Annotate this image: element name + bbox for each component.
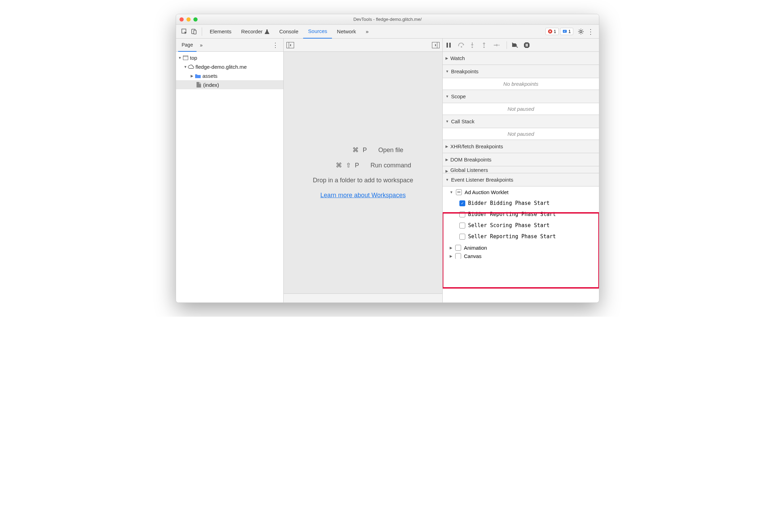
show-navigator-icon[interactable] (286, 42, 294, 48)
message-count: 1 (568, 29, 571, 34)
tab-elements[interactable]: Elements (205, 25, 236, 39)
editor-footer (284, 293, 442, 302)
section-breakpoints[interactable]: ▼Breakpoints (443, 65, 599, 78)
svg-point-16 (472, 47, 473, 48)
error-count: 1 (554, 29, 556, 34)
section-global[interactable]: ▶Global Listeners (443, 166, 599, 173)
run-command-label: Run command (370, 162, 411, 169)
navigator-kebab-icon[interactable]: ⋮ (269, 41, 281, 49)
device-toggle-icon[interactable] (189, 27, 199, 36)
elb-category-ad-auction-worklet[interactable]: ▼ Ad Auction Worklet (443, 186, 599, 198)
elb-event-item[interactable]: Bidder Reporting Phase Start (443, 209, 599, 220)
section-watch[interactable]: ▶Watch (443, 52, 599, 65)
deactivate-breakpoints-icon[interactable] (512, 42, 520, 48)
titlebar: DevTools - fledge-demo.glitch.me/ (176, 14, 599, 25)
message-count-badge[interactable]: 1 (560, 28, 573, 35)
tree-folder-assets[interactable]: ▶ assets (176, 71, 283, 80)
tab-recorder[interactable]: Recorder (236, 25, 275, 39)
svg-point-14 (461, 46, 462, 48)
error-count-badge[interactable]: 1 (545, 28, 559, 35)
tree-top-frame[interactable]: ▼ top (176, 53, 283, 62)
step-icon[interactable] (493, 43, 502, 48)
open-file-keys: ⌘ P (323, 146, 368, 154)
tab-console[interactable]: Console (274, 25, 303, 39)
workspace-drop-hint: Drop in a folder to add to workspace (313, 177, 413, 184)
devtools-window: DevTools - fledge-demo.glitch.me/ Elemen… (176, 14, 599, 303)
elb-category-canvas[interactable]: ▶ Canvas (443, 253, 599, 259)
section-global-label: Global Listeners (450, 167, 488, 173)
navigator-tab-page[interactable]: Page (178, 39, 197, 52)
svg-rect-12 (447, 43, 448, 48)
checkbox-icon[interactable] (459, 211, 465, 217)
elb-category-label: Ad Auction Worklet (465, 189, 508, 195)
workspaces-learn-more-link[interactable]: Learn more about Workspaces (320, 192, 406, 199)
open-file-shortcut: ⌘ P Open file (323, 146, 403, 154)
svg-rect-2 (194, 30, 196, 34)
svg-point-5 (580, 31, 582, 33)
elb-category-animation[interactable]: ▶ Animation (443, 242, 599, 253)
elb-event-label: Seller Reporting Phase Start (468, 233, 556, 240)
elb-event-item[interactable]: Seller Reporting Phase Start (443, 231, 599, 242)
settings-icon[interactable] (576, 27, 586, 36)
debugger-pane: ▶Watch ▼Breakpoints No breakpoints ▼Scop… (443, 39, 599, 302)
pause-icon[interactable] (446, 42, 455, 48)
checkbox-icon[interactable] (459, 223, 465, 228)
elb-canvas-label: Canvas (464, 253, 482, 259)
minimize-window-button[interactable] (186, 17, 191, 22)
tree-top-label: top (190, 55, 197, 61)
section-breakpoints-label: Breakpoints (451, 68, 478, 74)
elb-event-item[interactable]: Seller Scoring Phase Start (443, 220, 599, 231)
run-command-shortcut: ⌘ ⇧ P Run command (315, 161, 411, 169)
svg-rect-4 (563, 30, 567, 33)
svg-rect-6 (183, 56, 188, 60)
svg-rect-24 (527, 44, 528, 47)
close-window-button[interactable] (180, 17, 184, 22)
section-xhr[interactable]: ▶XHR/fetch Breakpoints (443, 140, 599, 153)
run-command-keys: ⌘ ⇧ P (315, 161, 360, 169)
elb-event-item[interactable]: ✓Bidder Bidding Phase Start (443, 198, 599, 209)
kebab-menu-icon[interactable]: ⋮ (586, 27, 595, 36)
section-dom[interactable]: ▶DOM Breakpoints (443, 153, 599, 166)
elb-event-label: Bidder Bidding Phase Start (468, 200, 550, 206)
section-callstack-label: Call Stack (451, 118, 475, 124)
svg-point-20 (499, 44, 500, 45)
checkbox-icon[interactable]: ✓ (459, 200, 465, 206)
folder-icon (195, 74, 201, 78)
tree-file-label: (index) (203, 82, 219, 88)
checkbox-icon[interactable] (455, 253, 461, 259)
svg-rect-23 (526, 44, 527, 47)
inspect-icon[interactable] (180, 27, 189, 36)
tab-network[interactable]: Network (332, 25, 361, 39)
section-scope-label: Scope (451, 93, 466, 99)
main-tabs: Elements Recorder Console Sources Networ… (176, 25, 599, 39)
tab-sources[interactable]: Sources (303, 25, 332, 39)
checkbox-indeterminate-icon[interactable] (456, 189, 462, 195)
elb-animation-label: Animation (464, 245, 487, 251)
scope-empty: Not paused (443, 103, 599, 115)
tabs-overflow[interactable]: » (361, 25, 373, 39)
section-dom-label: DOM Breakpoints (450, 157, 491, 163)
callstack-empty: Not paused (443, 128, 599, 140)
checkbox-icon[interactable] (459, 234, 465, 240)
elb-event-label: Seller Scoring Phase Start (468, 222, 550, 228)
svg-rect-13 (449, 43, 451, 48)
flask-icon (265, 29, 269, 34)
debugger-toolbar (443, 39, 599, 52)
svg-point-18 (483, 47, 485, 48)
section-watch-label: Watch (450, 55, 465, 61)
section-event-listener-breakpoints[interactable]: ▼Event Listener Breakpoints (443, 173, 599, 186)
pause-on-exceptions-icon[interactable] (524, 42, 532, 48)
tree-file-index[interactable]: (index) (176, 80, 283, 89)
navigator-tabs-overflow[interactable]: » (197, 39, 206, 52)
tree-domain[interactable]: ▼ fledge-demo.glitch.me (176, 62, 283, 71)
zoom-window-button[interactable] (193, 17, 198, 22)
step-into-icon[interactable] (470, 42, 478, 48)
section-scope[interactable]: ▼Scope (443, 90, 599, 103)
navigator-pane: Page » ⋮ ▼ top ▼ fledge-demo.glitch.me ▶ (176, 39, 284, 302)
window-title: DevTools - fledge-demo.glitch.me/ (176, 17, 599, 22)
section-callstack[interactable]: ▼Call Stack (443, 115, 599, 128)
step-over-icon[interactable] (458, 43, 466, 48)
step-out-icon[interactable] (482, 42, 490, 48)
checkbox-icon[interactable] (455, 245, 461, 251)
show-debugger-icon[interactable] (432, 42, 440, 48)
